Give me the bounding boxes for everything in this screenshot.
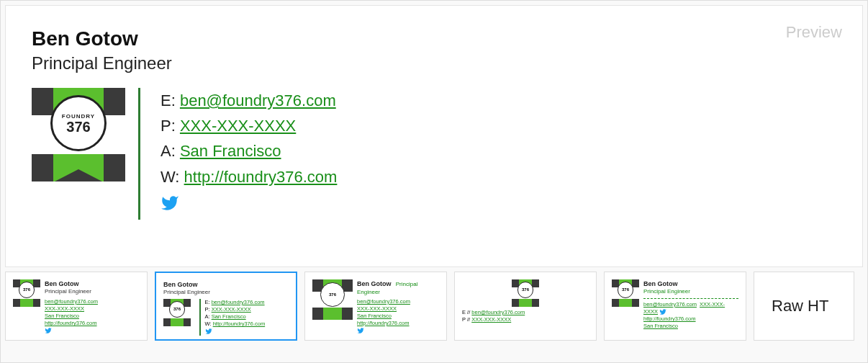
raw-html-label: Raw HT: [772, 295, 828, 317]
preview-label: Preview: [786, 23, 842, 42]
email-row: E: ben@foundry376.com: [161, 88, 337, 113]
address-link[interactable]: San Francisco: [180, 142, 281, 160]
vertical-divider: [138, 88, 140, 220]
thumb-name: Ben Gotow: [643, 279, 738, 288]
twitter-icon: [659, 308, 666, 315]
website-prefix: W:: [161, 168, 184, 186]
address-prefix: A:: [161, 142, 180, 160]
vertical-divider: [199, 299, 201, 336]
phone-row: P: XXX-XXX-XXXX: [161, 113, 337, 138]
signature-preview-panel: Preview Ben Gotow Principal Engineer FOU…: [5, 5, 863, 267]
template-thumbnail-5[interactable]: 376 Ben Gotow Principal Engineer ben@fou…: [604, 272, 746, 341]
thumb-name: Ben Gotow: [45, 279, 98, 288]
signature-editor-container: Preview Ben Gotow Principal Engineer FOU…: [0, 0, 868, 363]
twitter-icon: [357, 327, 364, 333]
thumb-links: E: ben@foundry376.com P: XXX-XXX-XXXX A:…: [205, 299, 266, 336]
thumb-title: Principal Engineer: [163, 289, 289, 297]
phone-link[interactable]: XXX-XXX-XXXX: [180, 117, 296, 135]
thumb-logo: 376: [512, 279, 539, 307]
thumb-title: Principal Engineer: [643, 288, 738, 296]
thumb-links: ben@foundry376.com XXX-XXX-XXXX San Fran…: [45, 298, 98, 335]
twitter-icon[interactable]: [161, 194, 179, 220]
signature-title: Principal Engineer: [32, 53, 836, 73]
signature-name: Ben Gotow: [32, 27, 836, 50]
website-link[interactable]: http://foundry376.com: [184, 168, 338, 186]
signature-body: FOUNDRY 376 E: ben@foundry376.com P: XXX…: [32, 88, 836, 220]
twitter-icon: [205, 328, 212, 334]
thumb-logo: 376: [612, 279, 639, 307]
horizontal-divider: [643, 298, 738, 299]
phone-prefix: P:: [161, 117, 180, 135]
template-thumbnail-2[interactable]: Ben Gotow Principal Engineer 376 E: ben@…: [155, 272, 297, 341]
template-thumbnail-1[interactable]: 376 Ben Gotow Principal Engineer ben@fou…: [5, 272, 148, 341]
email-link[interactable]: ben@foundry376.com: [180, 91, 336, 109]
thumb-links: E // ben@foundry376.com P // XXX-XXX-XXX…: [462, 309, 589, 323]
template-thumbnail-3[interactable]: 376 Ben Gotow Principal Engineer ben@fou…: [304, 272, 447, 341]
logo-text-bottom: 376: [66, 120, 90, 134]
website-row: W: http://foundry376.com: [161, 164, 337, 189]
twitter-icon: [45, 327, 52, 333]
email-prefix: E:: [161, 91, 180, 109]
thumb-links: ben@foundry376.com XXX-XXX-XXXX San Fran…: [357, 298, 439, 335]
thumb-name: Ben Gotow: [163, 280, 289, 289]
address-row: A: San Francisco: [161, 138, 337, 163]
template-thumbnail-raw-html[interactable]: Raw HT: [754, 272, 854, 341]
thumb-logo: 376: [163, 299, 191, 326]
contact-details: E: ben@foundry376.com P: XXX-XXX-XXXX A:…: [161, 88, 337, 220]
thumb-name: Ben Gotow: [357, 280, 392, 287]
thumb-logo: 376: [13, 279, 40, 307]
thumb-title: Principal Engineer: [45, 288, 98, 296]
template-thumbnail-4[interactable]: 376 E // ben@foundry376.com P // XXX-XXX…: [454, 272, 597, 341]
template-thumbnails-strip: 376 Ben Gotow Principal Engineer ben@fou…: [1, 272, 867, 357]
thumb-logo: 376: [312, 279, 353, 320]
company-logo: FOUNDRY 376: [32, 88, 125, 182]
thumb-links: ben@foundry376.com XXX-XXX-XXXX http://f…: [643, 301, 738, 331]
